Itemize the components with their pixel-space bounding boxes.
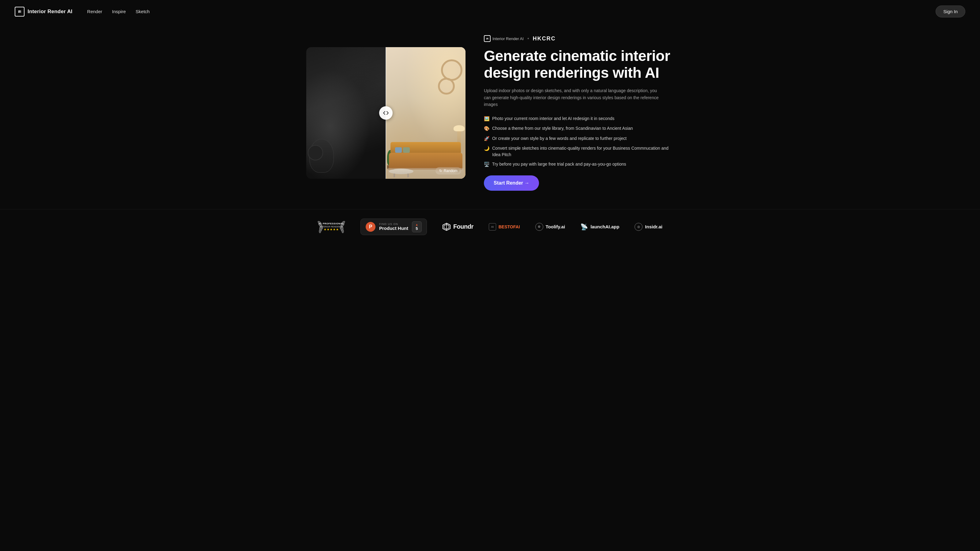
sofa — [387, 142, 464, 170]
random-label: Random — [444, 169, 458, 173]
feature-item-5: 🖥️ Try before you pay with large free tr… — [484, 161, 674, 168]
product-hunt-badge[interactable]: P FIND US ON Product Hunt ▲ 5 — [360, 219, 427, 235]
feature-item-3: 🚀 Or create your own style by a few word… — [484, 135, 674, 142]
bestofai-prefix: BEST — [499, 224, 510, 229]
feature-emoji-4: 🌙 — [484, 145, 490, 152]
features-list: 🖼️ Photo your current room interior and … — [484, 115, 674, 168]
feature-emoji-1: 🖼️ — [484, 115, 490, 122]
hero-content: IR Interior Render AI • HKCRC Generate c… — [484, 35, 674, 191]
laurel-wrap: #1 PROFESSIONAL INTERIOR RENDER AI ★★★★★ — [318, 219, 345, 235]
feature-item-1: 🖼️ Photo your current room interior and … — [484, 115, 674, 122]
award-line2: INTERIOR RENDER AI — [319, 225, 344, 228]
bestofai-badge: AI BESTOFAI — [489, 223, 520, 230]
feature-emoji-2: 🎨 — [484, 125, 490, 132]
mirror-large — [441, 59, 463, 81]
before-image — [306, 47, 386, 179]
product-hunt-find-label: FIND US ON — [379, 222, 408, 225]
foundr-name: Foundr — [453, 223, 474, 230]
feature-text-1: Photo your current room interior and let… — [492, 115, 614, 122]
feature-text-5: Try before you pay with large free trial… — [492, 161, 626, 167]
logo[interactable]: IR Interior Render AI — [15, 7, 73, 16]
nav-left: IR Interior Render AI Render Inspire Ske… — [15, 7, 150, 16]
brand-icon-small: IR — [484, 35, 491, 42]
bestofai-highlight: OF — [510, 224, 516, 229]
image-compare-widget[interactable]: ↻ Random — [306, 47, 466, 179]
nav-sketch[interactable]: Sketch — [136, 9, 150, 14]
launchai-badge: 📡 launchAI.app — [580, 223, 619, 230]
brand-row: IR Interior Render AI • HKCRC — [484, 35, 674, 42]
award-line1: #1 PROFESSIONAL — [319, 222, 344, 225]
brand-separator: • — [527, 36, 529, 41]
insidr-badge: ◎ Insidr.ai — [635, 223, 662, 231]
insidr-icon: ◎ — [635, 223, 643, 231]
launchai-name: launchAI.app — [590, 224, 619, 229]
award-stars: ★★★★★ — [319, 228, 344, 231]
product-hunt-icon: P — [366, 222, 375, 232]
hero-section: ↻ Random IR Interior Render AI • HKCRC G… — [275, 23, 705, 209]
feature-emoji-5: 🖥️ — [484, 161, 490, 168]
award-badge: #1 PROFESSIONAL INTERIOR RENDER AI ★★★★★ — [318, 219, 345, 235]
nav-inspire[interactable]: Inspire — [112, 9, 126, 14]
random-icon: ↻ — [439, 169, 442, 173]
feature-text-2: Choose a theme from our style library, f… — [492, 125, 633, 132]
toolify-name: Toolify.ai — [546, 224, 565, 229]
foundr-badge: Foundr — [442, 222, 474, 231]
product-hunt-score: ▲ 5 — [412, 221, 422, 232]
hero-title: Generate cinematic interior design rende… — [484, 48, 674, 81]
brand-name-small: Interior Render AI — [492, 37, 524, 41]
nav-links: Render Inspire Sketch — [87, 9, 150, 14]
partner-name: HKCRC — [533, 35, 556, 42]
footer-badges: #1 PROFESSIONAL INTERIOR RENDER AI ★★★★★… — [0, 209, 980, 247]
toolify-icon: ⚙ — [535, 223, 543, 231]
insidr-name: Insidr.ai — [645, 224, 662, 229]
foundr-icon — [442, 222, 451, 231]
product-hunt-number: 5 — [415, 226, 418, 231]
logo-text: Interior Render AI — [27, 9, 73, 15]
start-render-button[interactable]: Start Render → — [484, 175, 539, 191]
sign-in-button[interactable]: Sign In — [935, 5, 965, 17]
nav-render[interactable]: Render — [87, 9, 102, 14]
bestofai-text: BESTOFAI — [499, 224, 520, 229]
logo-icon: IR — [15, 7, 24, 16]
bestofai-suffix: AI — [516, 224, 520, 229]
launchai-icon: 📡 — [580, 223, 588, 230]
after-image — [386, 47, 466, 179]
product-hunt-text: FIND US ON Product Hunt — [379, 222, 408, 231]
feature-item-2: 🎨 Choose a theme from our style library,… — [484, 125, 674, 132]
feature-emoji-3: 🚀 — [484, 135, 490, 142]
product-hunt-arrow: ▲ — [415, 223, 418, 226]
feature-item-4: 🌙 Convert simple sketches into cinematic… — [484, 145, 674, 158]
bestofai-icon: AI — [489, 223, 496, 230]
hero-subtitle: Upload indoor photos or design sketches,… — [484, 87, 662, 108]
mirror-small — [438, 78, 455, 95]
feature-text-4: Convert simple sketches into cinematic-q… — [492, 145, 674, 158]
product-hunt-name: Product Hunt — [379, 225, 408, 231]
compare-handle[interactable] — [379, 106, 393, 120]
brand-logo-small: IR Interior Render AI — [484, 35, 524, 42]
toolify-badge: ⚙ Toolify.ai — [535, 223, 565, 231]
random-button[interactable]: ↻ Random — [436, 167, 461, 175]
navbar: IR Interior Render AI Render Inspire Ske… — [0, 0, 980, 23]
feature-text-3: Or create your own style by a few words … — [492, 135, 627, 142]
